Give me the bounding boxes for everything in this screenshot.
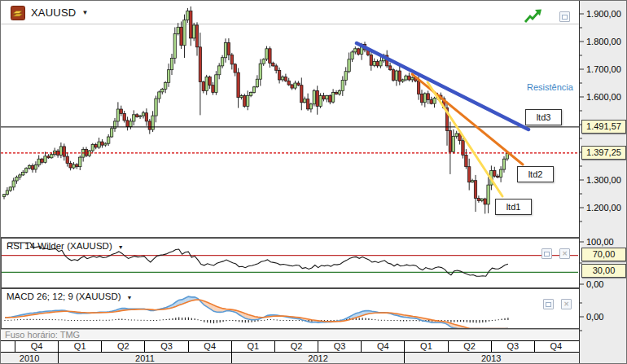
price-axis[interactable]: 1.900,001.800,001.700,001.600,001.300,00… [579,1,627,364]
svg-text:1.800,00: 1.800,00 [586,37,621,46]
rsi-panel: RSI 14 Wilder (XAUUSD)▼ [1,238,579,288]
svg-text:0,00: 0,00 [586,279,603,289]
quarter-cell: Q1 [231,341,274,352]
trendline-ltd3[interactable] [357,43,528,129]
svg-text:1.200,00: 1.200,00 [586,203,621,213]
svg-text:0,00: 0,00 [586,312,603,322]
macd-label-text: MACD 26; 12; 9 (XAUUSD) [7,292,121,301]
time-axis-years[interactable]: 2010201120122013 [1,353,579,364]
svg-text:1.600,00: 1.600,00 [586,92,621,102]
year-cell: 2011 [58,353,231,364]
rsi-indicator-label[interactable]: RSI 14 Wilder (XAUUSD)▼ [7,241,124,251]
resistance-annotation-label[interactable]: Resistência [527,82,573,92]
quarter-cell: Q3 [144,341,187,352]
quarter-cell: Q2 [274,341,318,352]
price-callout: 1.491,57 [581,120,626,134]
chart-window: XAUUSD ▼ Resistência ltd3 ltd2 ltd1 RSI … [0,0,627,364]
quarter-cell: Q4 [361,341,404,352]
chevron-down-icon: ▼ [127,295,133,300]
year-cell: 2010 [1,353,58,364]
quarter-cell: Q4 [188,341,231,352]
quarter-cell: Q3 [491,341,534,352]
symbol-label[interactable]: XAUUSD [31,7,76,19]
quarter-cell: Q1 [404,341,447,352]
close-macd-button[interactable]: ✕ [561,299,572,309]
quarter-cell: Q4 [534,341,577,352]
svg-text:1.900,00: 1.900,00 [586,9,621,19]
year-cell: 2013 [404,353,577,364]
price-chart-canvas[interactable] [1,1,579,238]
svg-text:1.300,00: 1.300,00 [586,175,621,185]
year-cell: 2012 [231,353,405,364]
timezone-label: Fuso horário: TMG [1,329,579,340]
restore-chart-button[interactable] [559,11,570,22]
chevron-down-icon: ▼ [118,244,124,250]
trendline-label-ltd2[interactable]: ltd2 [517,166,554,182]
price-callout: 1.397,25 [581,146,626,160]
rsi-level-callout: 30,00 [581,264,626,278]
quarter-cell: Q4 [15,341,58,352]
macd-panel: MACD 26; 12; 9 (XAUUSD)▼ [1,288,579,329]
trendline-label-ltd1[interactable]: ltd1 [495,199,532,215]
rsi-label-text: RSI 14 Wilder (XAUUSD) [7,241,112,251]
macd-indicator-label[interactable]: MACD 26; 12; 9 (XAUUSD)▼ [7,292,133,301]
svg-text:1.700,00: 1.700,00 [586,64,621,74]
restore-rsi-button[interactable] [542,248,552,259]
chevron-down-icon[interactable]: ▼ [81,9,88,16]
time-axis-quarters[interactable]: Q4Q1Q2Q3Q4Q1Q2Q3Q4Q1Q2Q3Q4 [1,340,579,353]
quarter-cell: Q3 [318,341,361,352]
quarter-cell: Q1 [58,341,101,352]
quarter-cell: Q2 [101,341,144,352]
restore-macd-button[interactable] [543,299,554,309]
symbol-selector[interactable]: XAUUSD ▼ [1,1,343,24]
gold-bar-icon [11,6,25,20]
green-signal-arrow-icon[interactable] [523,8,546,24]
svg-text:100,00: 100,00 [586,237,614,247]
trendline-label-ltd3[interactable]: ltd3 [525,109,562,125]
close-rsi-button[interactable]: ✕ [559,248,570,259]
quarter-cell: Q2 [448,341,491,352]
rsi-level-callout: 70,00 [581,248,626,261]
